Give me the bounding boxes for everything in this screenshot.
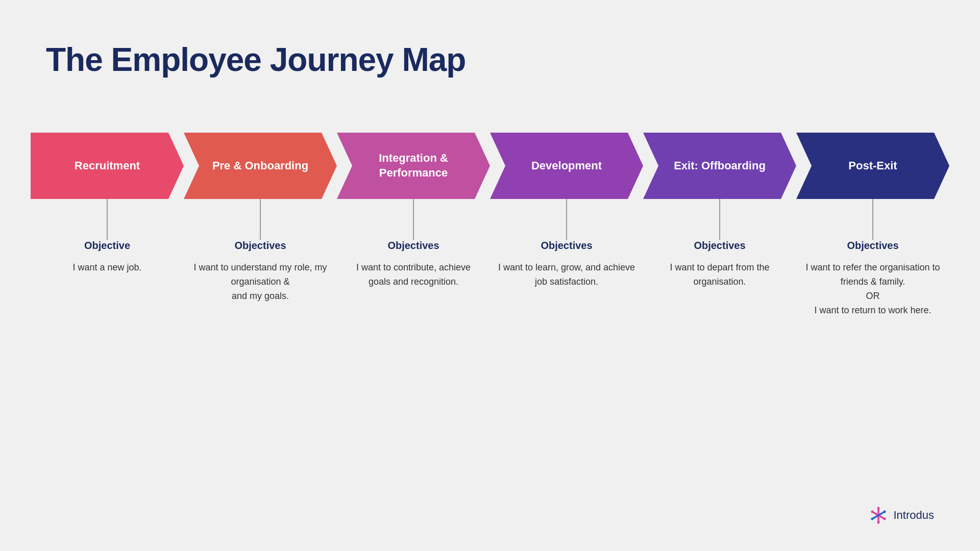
col-text-postexit: I want to refer the organisation to frie… — [804, 261, 942, 318]
arrow-recruitment: Recruitment — [31, 133, 184, 199]
arrow-wrapper-preonboarding: Pre & Onboarding — [184, 133, 337, 199]
col-title-integration: Objectives — [345, 240, 482, 252]
arrow-wrapper-recruitment: Recruitment — [31, 133, 184, 199]
arrow-preonboarding: Pre & Onboarding — [184, 133, 337, 199]
svg-point-4 — [877, 521, 879, 524]
journey-arrows: RecruitmentPre & OnboardingIntegration &… — [31, 133, 949, 199]
arrow-postexit: Post-Exit — [796, 133, 949, 199]
introdus-logo-icon — [868, 505, 889, 525]
svg-point-8 — [871, 518, 873, 520]
content-col-preonboarding: ObjectivesI want to understand my role, … — [184, 240, 337, 318]
col-title-postexit: Objectives — [804, 240, 942, 252]
logo-area: Introdus — [868, 505, 935, 525]
svg-point-7 — [883, 511, 886, 513]
content-area: ObjectiveI want a new job.ObjectivesI wa… — [31, 240, 949, 318]
content-col-recruitment: ObjectiveI want a new job. — [31, 240, 184, 318]
col-text-development: I want to learn, grow, and achieve job s… — [498, 261, 635, 289]
svg-point-3 — [877, 507, 879, 510]
content-col-exit: ObjectivesI want to depart from the orga… — [643, 240, 796, 318]
connector-line-development — [566, 199, 567, 240]
content-col-development: ObjectivesI want to learn, grow, and ach… — [490, 240, 643, 318]
connector-line-preonboarding — [260, 199, 261, 240]
content-col-postexit: ObjectivesI want to refer the organisati… — [796, 240, 949, 318]
col-title-preonboarding: Objectives — [191, 240, 329, 252]
col-title-recruitment: Objective — [38, 240, 176, 252]
connector-line-postexit — [872, 199, 873, 240]
col-text-integration: I want to contribute, achieve goals and … — [345, 261, 482, 289]
connector-line-recruitment — [107, 199, 108, 240]
connector-line-exit — [719, 199, 720, 240]
arrow-wrapper-postexit: Post-Exit — [796, 133, 949, 199]
svg-point-5 — [871, 511, 873, 513]
arrow-development: Development — [490, 133, 643, 199]
col-text-recruitment: I want a new job. — [38, 261, 176, 275]
col-text-preonboarding: I want to understand my role, my organis… — [191, 261, 329, 304]
arrow-wrapper-integration: Integration & Performance — [337, 133, 490, 199]
arrow-wrapper-development: Development — [490, 133, 643, 199]
page-title: The Employee Journey Map — [46, 41, 465, 79]
col-title-development: Objectives — [498, 240, 635, 252]
col-title-exit: Objectives — [651, 240, 789, 252]
arrow-wrapper-exit: Exit: Offboarding — [643, 133, 796, 199]
connector-line-integration — [413, 199, 414, 240]
col-text-exit: I want to depart from the organisation. — [651, 261, 789, 289]
arrow-integration: Integration & Performance — [337, 133, 490, 199]
arrow-exit: Exit: Offboarding — [643, 133, 796, 199]
svg-point-6 — [883, 518, 886, 520]
content-col-integration: ObjectivesI want to contribute, achieve … — [337, 240, 490, 318]
logo-text: Introdus — [894, 509, 935, 522]
